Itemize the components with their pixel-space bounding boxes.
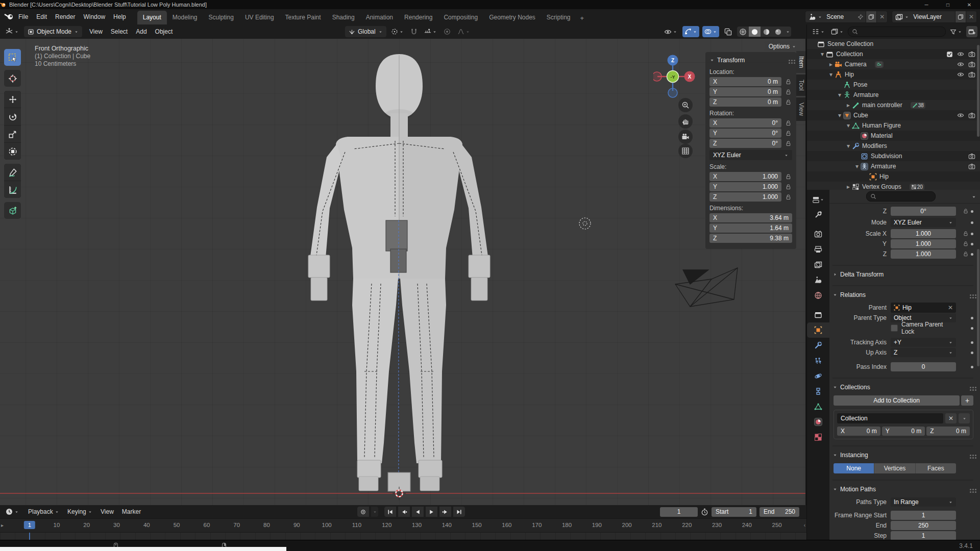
remove-viewlayer-button[interactable]: ✕ [966, 11, 976, 22]
workspace-tab-animation[interactable]: Animation [360, 11, 399, 24]
outliner-row[interactable]: ▾Cube [807, 110, 980, 120]
menu-render[interactable]: Render [51, 11, 79, 22]
pan-button[interactable] [678, 114, 693, 129]
next-keyframe-button[interactable] [439, 507, 451, 517]
hide-render-toggle[interactable] [967, 153, 976, 160]
lock-icon[interactable] [784, 120, 792, 127]
timeline-menu-marker[interactable]: Marker [118, 506, 145, 517]
timeline-editor-type-button[interactable] [3, 506, 21, 517]
n-panel-header[interactable]: Transform [709, 55, 792, 65]
shading-solid-button[interactable] [749, 27, 761, 37]
mode-selector[interactable]: Object Mode [24, 26, 82, 37]
number-field[interactable]: 250 [891, 521, 956, 530]
number-field[interactable]: 0 [891, 362, 956, 371]
properties-tab-object[interactable] [807, 322, 829, 338]
animate-dot[interactable] [971, 366, 973, 368]
animate-dot[interactable] [971, 352, 973, 354]
properties-tab-render[interactable] [807, 227, 829, 242]
shading-wireframe-button[interactable] [737, 27, 749, 37]
animate-dot[interactable] [971, 210, 973, 213]
current-frame-badge[interactable]: 1 [24, 521, 35, 529]
hide-render-toggle[interactable] [967, 61, 976, 68]
number-field[interactable]: Z0° [709, 139, 781, 148]
camera-view-button[interactable] [678, 130, 693, 144]
instancing-faces-button[interactable]: Faces [916, 463, 956, 473]
tool-scale[interactable] [4, 126, 21, 142]
section-header-relations[interactable]: Relations [832, 285, 973, 299]
tool-select-box[interactable] [4, 49, 21, 66]
collection-offset-field[interactable]: X0 m [837, 427, 880, 436]
properties-scrollbar[interactable] [977, 249, 979, 366]
tool-cursor[interactable] [4, 70, 21, 87]
outliner-row[interactable]: ▾Armature [807, 161, 980, 171]
hide-viewport-toggle[interactable] [956, 51, 965, 58]
instancing-vertices-button[interactable]: Vertices [874, 463, 915, 473]
sidebar-tab-view[interactable]: View [796, 97, 805, 121]
remove-collection-button[interactable]: ✕ [945, 413, 957, 423]
tool-rotate[interactable] [4, 108, 21, 125]
show-overlays-toggle[interactable] [702, 26, 719, 37]
workspace-tab-scripting[interactable]: Scripting [541, 11, 576, 24]
lock-icon[interactable] [784, 89, 792, 95]
properties-tab-modifiers[interactable] [807, 338, 829, 353]
section-header-instancing[interactable]: Instancing [832, 445, 973, 460]
number-field[interactable]: 1 [891, 511, 956, 520]
lock-icon[interactable] [784, 99, 792, 106]
navigation-gizmo[interactable]: Z X -Y [653, 48, 699, 104]
playhead[interactable] [29, 533, 30, 540]
sidebar-tab-item[interactable]: Item [796, 51, 805, 73]
tool-add-cube[interactable] [4, 202, 21, 219]
properties-tab-tool[interactable] [807, 207, 829, 222]
prev-keyframe-button[interactable] [398, 507, 410, 517]
number-field[interactable]: X3.64 m [709, 213, 792, 222]
properties-editor-type-button[interactable] [807, 192, 829, 207]
animate-dot[interactable] [971, 253, 973, 256]
workspace-tab-compositing[interactable]: Compositing [438, 11, 483, 24]
outliner-row[interactable]: Hip [807, 171, 980, 182]
scene-selector[interactable]: Scene ✕ [805, 11, 888, 23]
drag-dots[interactable] [789, 60, 790, 61]
animate-dot[interactable] [971, 221, 973, 224]
maximize-button[interactable]: □ [937, 0, 959, 9]
outliner-row[interactable]: ▾Collection [807, 49, 980, 59]
animate-dot[interactable] [971, 243, 973, 245]
frame-start-field[interactable]: Start 1 [712, 507, 756, 517]
number-field[interactable]: 0° [891, 207, 956, 216]
tool-measure[interactable] [4, 181, 21, 198]
properties-tab-view-layer[interactable] [807, 257, 829, 272]
timeline-menu-view[interactable]: View [96, 506, 118, 517]
viewport-menu-add[interactable]: Add [132, 26, 151, 37]
section-header-delta-transform[interactable]: Delta Transform [832, 265, 973, 279]
dropdown[interactable]: XYZ Euler [891, 218, 956, 227]
properties-tab-texture[interactable] [807, 430, 829, 445]
viewport-menu-view[interactable]: View [85, 26, 107, 37]
toggle-ortho-button[interactable] [678, 144, 693, 158]
stopwatch-icon[interactable] [701, 508, 708, 516]
hide-render-toggle[interactable] [967, 163, 976, 170]
hide-viewport-toggle[interactable] [956, 71, 965, 78]
outliner-row[interactable]: Pose [807, 80, 980, 90]
auto-keying-button[interactable] [357, 507, 369, 517]
viewlayer-name[interactable]: ViewLayer [912, 13, 955, 20]
outliner-viewlayer-selector[interactable] [829, 26, 846, 37]
hide-render-toggle[interactable] [967, 112, 976, 119]
workspace-tab-geometry-nodes[interactable]: Geometry Nodes [483, 11, 541, 24]
animate-dot[interactable] [971, 317, 973, 319]
add-workspace-button[interactable]: + [576, 12, 589, 24]
new-collection-button[interactable] [966, 26, 977, 37]
animate-dot[interactable] [971, 327, 973, 330]
play-reverse-button[interactable] [412, 507, 424, 517]
lock-icon[interactable] [784, 140, 792, 147]
number-field[interactable]: X0° [709, 118, 781, 128]
properties-tab-particles[interactable] [807, 353, 829, 368]
dropdown[interactable]: +Y [891, 338, 956, 347]
frame-end-field[interactable]: End 250 [760, 507, 799, 517]
properties-tab-scene[interactable] [807, 272, 829, 288]
animate-dot[interactable] [971, 233, 973, 235]
viewlayer-selector[interactable]: ViewLayer ✕ [892, 11, 977, 23]
auto-keying-dropdown[interactable] [371, 507, 378, 517]
workspace-tab-layout[interactable]: Layout [137, 11, 167, 24]
number-field[interactable]: X1.000 [709, 172, 781, 181]
proportional-editing-button[interactable] [442, 26, 453, 37]
collection-name-field[interactable]: Collection [837, 413, 943, 423]
